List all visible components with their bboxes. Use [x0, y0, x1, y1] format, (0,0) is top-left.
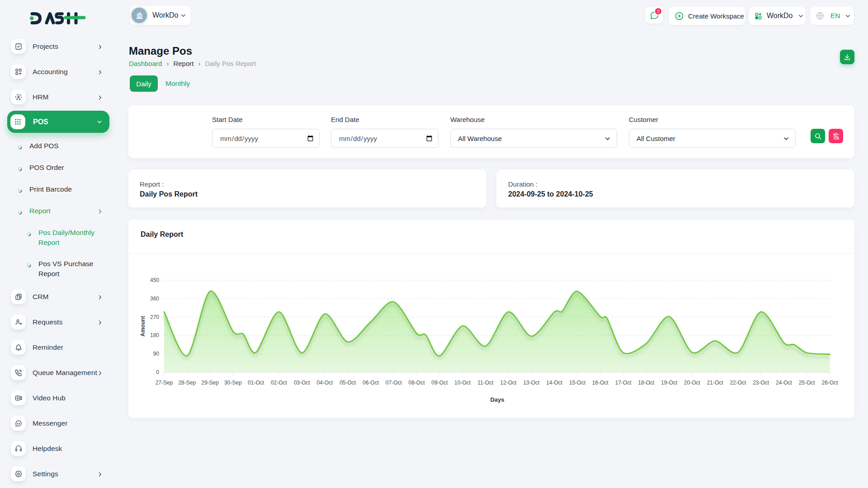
svg-text:270: 270: [150, 314, 159, 320]
svg-text:24-Oct: 24-Oct: [776, 380, 793, 386]
svg-text:0: 0: [156, 369, 159, 375]
svg-text:13-Oct: 13-Oct: [523, 380, 540, 386]
svg-text:90: 90: [153, 351, 160, 357]
svg-text:16-Oct: 16-Oct: [592, 380, 609, 386]
svg-text:27-Sep: 27-Sep: [156, 380, 173, 386]
svg-text:23-Oct: 23-Oct: [753, 380, 769, 386]
svg-text:28-Sep: 28-Sep: [178, 380, 196, 386]
svg-text:03-Oct: 03-Oct: [294, 380, 311, 386]
svg-text:30-Sep: 30-Sep: [224, 380, 242, 386]
svg-text:02-Oct: 02-Oct: [271, 380, 288, 386]
svg-text:450: 450: [150, 277, 159, 283]
svg-text:06-Oct: 06-Oct: [363, 380, 379, 386]
svg-text:25-Oct: 25-Oct: [799, 380, 816, 386]
svg-text:29-Sep: 29-Sep: [201, 380, 219, 386]
svg-text:Days: Days: [490, 396, 504, 403]
svg-text:05-Oct: 05-Oct: [340, 380, 356, 386]
svg-text:19-Oct: 19-Oct: [661, 380, 678, 386]
svg-text:09-Oct: 09-Oct: [431, 380, 448, 386]
svg-text:11-Oct: 11-Oct: [477, 380, 494, 386]
svg-text:360: 360: [150, 296, 159, 302]
svg-text:22-Oct: 22-Oct: [730, 380, 746, 386]
svg-text:20-Oct: 20-Oct: [684, 380, 701, 386]
svg-text:04-Oct: 04-Oct: [316, 380, 333, 386]
svg-text:26-Oct: 26-Oct: [821, 380, 838, 386]
svg-text:12-Oct: 12-Oct: [500, 380, 517, 386]
svg-text:17-Oct: 17-Oct: [615, 380, 632, 386]
svg-text:21-Oct: 21-Oct: [707, 380, 724, 386]
svg-text:01-Oct: 01-Oct: [248, 380, 264, 386]
svg-text:07-Oct: 07-Oct: [386, 380, 402, 386]
svg-text:Amount: Amount: [140, 316, 146, 336]
svg-text:18-Oct: 18-Oct: [638, 380, 655, 386]
svg-text:180: 180: [150, 332, 159, 338]
svg-text:10-Oct: 10-Oct: [454, 380, 471, 386]
svg-text:15-Oct: 15-Oct: [569, 380, 586, 386]
svg-text:08-Oct: 08-Oct: [408, 380, 425, 386]
svg-text:14-Oct: 14-Oct: [546, 380, 563, 386]
